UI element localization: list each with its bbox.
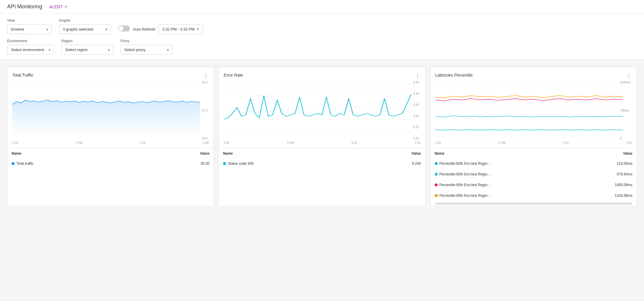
- error-rate-svg: [224, 81, 420, 140]
- environment-select-wrapper: Select environment ▼: [7, 45, 54, 55]
- view-select[interactable]: timeline: [7, 24, 52, 34]
- col-value-header: Value: [362, 149, 425, 158]
- view-label: View: [7, 18, 52, 23]
- latencies-scrollbar[interactable]: [435, 202, 632, 205]
- total-traffic-more-icon[interactable]: ⋮: [203, 72, 209, 78]
- charts-area: Total Traffic ⋮: [0, 60, 644, 213]
- environment-select[interactable]: Select environment: [7, 45, 54, 55]
- latencies-svg: [435, 81, 632, 140]
- legend-dot: [12, 162, 15, 165]
- latencies-header: Latencies Percentile ⋮: [431, 67, 637, 81]
- total-traffic-svg: [12, 81, 209, 140]
- total-traffic-y-labels: 35.0 27.5 20.0: [202, 81, 208, 140]
- col-value-header: Value: [139, 149, 213, 158]
- total-traffic-title: Total Traffic: [12, 73, 33, 77]
- error-rate-card: Error Rate ⋮ 0.40 0.35 0.30: [219, 67, 425, 206]
- table-row: Total traffic 30.00: [8, 159, 213, 169]
- latencies-table: Name Value Percentile:50th Env:test Regi…: [431, 148, 637, 201]
- latencies-x-labels: 2:45 3 PM 3:15 3:30: [435, 140, 632, 147]
- latencies-card: Latencies Percentile ⋮: [430, 67, 637, 206]
- total-traffic-header: Total Traffic ⋮: [7, 67, 213, 81]
- table-row: Percentile:50th Env:test Region:us-centr…: [431, 159, 636, 169]
- graphs-select[interactable]: 3 graphs selected: [59, 24, 111, 34]
- proxy-label: Proxy: [120, 39, 172, 43]
- auto-refresh-group: Auto Refresh 2:32 PM - 3:32 PM ▼: [118, 24, 203, 34]
- error-rate-header: Error Rate ⋮: [219, 67, 425, 81]
- proxy-select[interactable]: Select proxy: [120, 45, 172, 55]
- proxy-select-wrapper: Select proxy ▼: [120, 45, 172, 55]
- region-control: Region Select region ▼: [61, 39, 113, 55]
- latencies-y-labels: 1500ms 750ms 0: [620, 81, 631, 140]
- table-row: Percentile:95th Env:test Region:us-centr…: [431, 180, 636, 190]
- auto-refresh-label: Auto Refresh: [133, 27, 155, 31]
- latencies-title: Latencies Percentile: [435, 73, 473, 77]
- time-range-picker[interactable]: 2:32 PM - 3:32 PM ▼: [158, 24, 203, 34]
- environment-control: Environment Select environment ▼: [7, 39, 54, 55]
- view-control: View timeline ▼: [7, 18, 52, 34]
- graphs-select-wrapper: 3 graphs selected ▼: [59, 24, 111, 34]
- table-row: Percentile:90th Env:test Region:us-centr…: [431, 169, 636, 179]
- auto-refresh-toggle[interactable]: [118, 26, 130, 31]
- alert-link[interactable]: ALERT ↗: [49, 4, 67, 9]
- controls-section: View timeline ▼ Graphs 3 graphs selected…: [0, 14, 644, 60]
- legend-dot: [435, 162, 438, 165]
- legend-dot: [435, 173, 438, 176]
- legend-dot: [435, 183, 438, 186]
- latencies-body: 1500ms 750ms 0 2:45 3 PM 3:15 3:30: [431, 81, 637, 147]
- top-bar: API Monitoring ALERT ↗: [0, 0, 644, 14]
- total-traffic-table: Name Value Total traffic 30.00: [7, 148, 213, 169]
- col-value-header: Value: [580, 149, 636, 158]
- time-range-chevron-icon: ▼: [196, 28, 199, 31]
- error-rate-y-labels: 0.40 0.35 0.30 0.25 0.20 0.15: [413, 81, 419, 140]
- app-title: API Monitoring: [7, 4, 42, 10]
- error-rate-chart: 0.40 0.35 0.30 0.25 0.20 0.15: [224, 81, 420, 140]
- legend-dot: [435, 194, 438, 197]
- col-name-header: Name: [431, 149, 579, 158]
- time-range-value: 2:32 PM - 3:32 PM: [162, 27, 194, 31]
- table-row: Status code 500 0.244: [219, 159, 424, 169]
- error-rate-title: Error Rate: [224, 73, 243, 77]
- col-name-header: Name: [8, 149, 139, 158]
- graphs-control: Graphs 3 graphs selected ▼: [59, 18, 111, 34]
- region-select[interactable]: Select region: [61, 45, 113, 55]
- error-rate-body: 0.40 0.35 0.30 0.25 0.20 0.15 2:45 3 PM …: [219, 81, 425, 147]
- error-rate-table: Name Value Status code 500 0.244: [219, 148, 425, 169]
- error-rate-more-icon[interactable]: ⋮: [415, 72, 420, 78]
- environment-label: Environment: [7, 39, 54, 43]
- latencies-more-icon[interactable]: ⋮: [626, 72, 632, 78]
- region-label: Region: [61, 39, 113, 43]
- latencies-chart: 1500ms 750ms 0: [435, 81, 632, 140]
- error-rate-x-labels: 2:45 3 PM 3:15 3:30: [224, 140, 420, 147]
- region-select-wrapper: Select region ▼: [61, 45, 113, 55]
- view-select-wrapper: timeline ▼: [7, 24, 52, 34]
- total-traffic-chart: 35.0 27.5 20.0: [12, 81, 209, 140]
- legend-dot: [223, 162, 226, 165]
- total-traffic-x-labels: 2:45 3 PM 3:15 3:30: [12, 140, 209, 147]
- col-name-header: Name: [219, 149, 362, 158]
- proxy-control: Proxy Select proxy ▼: [120, 39, 172, 55]
- external-link-icon: ↗: [64, 4, 67, 9]
- total-traffic-card: Total Traffic ⋮: [7, 67, 214, 206]
- total-traffic-body: 35.0 27.5 20.0 2:45 3 PM 3:15 3:30: [7, 81, 213, 147]
- graphs-label: Graphs: [59, 18, 111, 23]
- table-row: Percentile:99th Env:test Region:us-centr…: [431, 191, 636, 201]
